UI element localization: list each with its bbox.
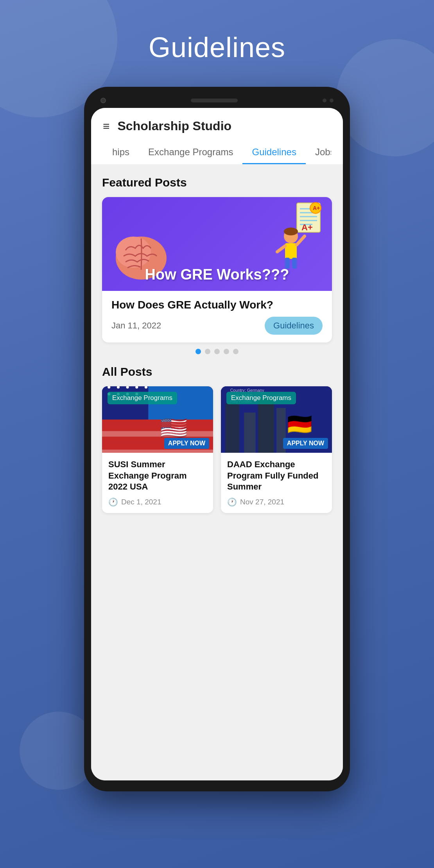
carousel-dots [102, 349, 332, 354]
phone-speaker [191, 99, 238, 102]
svg-rect-34 [102, 450, 213, 453]
featured-posts-title: Featured Posts [102, 176, 332, 189]
svg-rect-37 [244, 412, 256, 453]
tab-scholarships[interactable]: hips [103, 141, 139, 164]
page-title: Guidelines [149, 31, 285, 63]
featured-post-card[interactable]: A+ A+ [102, 197, 332, 343]
svg-point-1 [116, 237, 151, 268]
featured-card-footer: Jan 11, 2022 Guidelines [111, 317, 323, 335]
featured-post-title: How Does GRE Actually Work? [111, 299, 323, 311]
app-header: ≡ Scholarship Studio hips Exchange Progr… [91, 108, 343, 164]
post-title-daad: DAAD Exchange Program Fully Funded Summe… [227, 459, 326, 493]
carousel-dot-3[interactable] [214, 349, 220, 354]
clock-icon-susi: 🕐 [108, 497, 118, 507]
svg-rect-17 [292, 258, 297, 269]
tab-jobs[interactable]: Jobs [306, 141, 331, 164]
post-date-row-daad: 🕐 Nov 27, 2021 [227, 497, 326, 507]
hamburger-menu-icon[interactable]: ≡ [103, 120, 110, 133]
svg-line-15 [297, 236, 305, 245]
all-posts-title: All Posts [102, 365, 332, 378]
featured-card-body: How Does GRE Actually Work? Jan 11, 2022… [102, 291, 332, 343]
svg-text:A+: A+ [301, 222, 313, 232]
apply-now-daad[interactable]: APPLY NOW [283, 438, 328, 449]
svg-line-14 [277, 246, 285, 252]
post-card-daad[interactable]: 🇩🇪 Country: Germany Host: DAAD Fully Fun… [221, 386, 332, 513]
featured-post-badge[interactable]: Guidelines [265, 317, 323, 335]
carousel-dot-1[interactable] [195, 349, 201, 354]
app-header-top: ≡ Scholarship Studio [103, 119, 331, 133]
tab-exchange-programs[interactable]: Exchange Programs [139, 141, 242, 164]
post-card-susi[interactable]: 🇺🇸 Exchange Programs APPLY NOW [102, 386, 213, 513]
phone-top-bar [91, 98, 343, 103]
svg-text:A+: A+ [313, 205, 320, 211]
svg-rect-13 [285, 243, 297, 259]
apply-now-susi[interactable]: APPLY NOW [164, 438, 209, 449]
post-card-body-susi: SUSI Summer Exchange Program 2022 USA 🕐 … [102, 453, 213, 513]
svg-rect-31 [102, 422, 213, 427]
svg-rect-32 [102, 431, 213, 437]
phone-screen: ≡ Scholarship Studio hips Exchange Progr… [91, 108, 343, 780]
post-badge-susi: Exchange Programs [108, 392, 177, 404]
phone-camera [100, 98, 106, 103]
svg-text:🇩🇪: 🇩🇪 [287, 412, 312, 436]
carousel-dot-5[interactable] [233, 349, 239, 354]
tab-guidelines[interactable]: Guidelines [242, 141, 305, 164]
carousel-dot-4[interactable] [224, 349, 229, 354]
svg-rect-38 [258, 399, 274, 453]
svg-rect-36 [226, 404, 240, 453]
post-card-body-daad: DAAD Exchange Program Fully Funded Summe… [221, 453, 332, 513]
person-illustration: A+ A+ [273, 201, 324, 273]
posts-grid: 🇺🇸 Exchange Programs APPLY NOW [102, 386, 332, 513]
post-date-susi: Dec 1, 2021 [121, 498, 161, 506]
phone-frame: ≡ Scholarship Studio hips Exchange Progr… [84, 87, 350, 791]
post-image-susi: 🇺🇸 Exchange Programs APPLY NOW [102, 386, 213, 453]
phone-sensors [323, 99, 334, 102]
featured-post-image: A+ A+ [102, 197, 332, 291]
featured-image-text: How GRE Works??? [145, 266, 289, 283]
app-title: Scholarship Studio [118, 119, 232, 133]
phone-sensor-1 [323, 99, 326, 102]
clock-icon-daad: 🕐 [227, 497, 237, 507]
post-badge-daad: Exchange Programs [226, 392, 296, 404]
post-title-susi: SUSI Summer Exchange Program 2022 USA [108, 459, 207, 493]
nav-tabs: hips Exchange Programs Guidelines Jobs [103, 141, 331, 164]
content-area: Featured Posts [91, 164, 343, 780]
post-date-daad: Nov 27, 2021 [240, 498, 284, 506]
post-image-daad: 🇩🇪 Country: Germany Host: DAAD Fully Fun… [221, 386, 332, 453]
phone-sensor-2 [330, 99, 334, 102]
post-date-row-susi: 🕐 Dec 1, 2021 [108, 497, 207, 507]
carousel-dot-2[interactable] [205, 349, 210, 354]
svg-point-12 [284, 228, 298, 235]
featured-post-date: Jan 11, 2022 [111, 321, 161, 331]
